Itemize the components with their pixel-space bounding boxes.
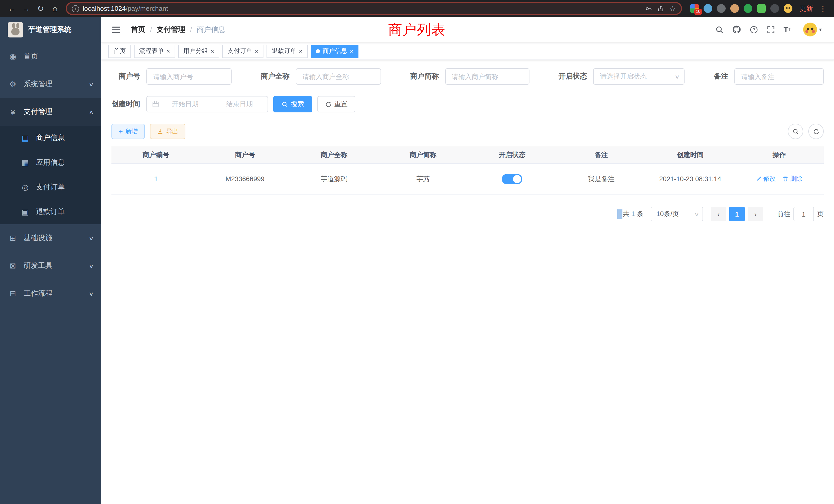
- create-time-range-picker[interactable]: 开始日期 - 结束日期: [146, 96, 268, 112]
- tag-user-group[interactable]: 用户分组 ×: [178, 44, 219, 58]
- filter-row-2: 创建时间 开始日期 - 结束日期 搜索: [111, 96, 824, 112]
- font-size-icon[interactable]: TT: [784, 26, 791, 33]
- goto-page-input[interactable]: [793, 207, 814, 221]
- address-bar[interactable]: i localhost:1024/pay/merchant ☆: [66, 2, 682, 15]
- refresh-table-button[interactable]: [808, 124, 824, 139]
- tag-label: 退款订单: [272, 47, 296, 55]
- active-dot: [316, 49, 320, 53]
- tag-label: 商户信息: [323, 47, 347, 55]
- browser-profile-avatar[interactable]: [784, 4, 792, 13]
- sidebar-item-merchant-info[interactable]: ▤ 商户信息: [0, 126, 101, 151]
- calendar-icon: [152, 100, 159, 108]
- goto-label: 前往: [777, 209, 790, 219]
- search-button-label: 搜索: [291, 99, 304, 109]
- close-icon[interactable]: ×: [211, 48, 214, 54]
- export-button[interactable]: 导出: [150, 124, 185, 139]
- sidebar-toggle-icon[interactable]: [108, 25, 124, 34]
- extension-badge: 10: [694, 9, 702, 15]
- sidebar-item-label: 退款订单: [36, 207, 93, 216]
- workspace: 芋道管理系统 ◉ 首页 ⚙ 系统管理 ∨ ¥ 支付管理 ∧ ▤ 商户信息: [0, 17, 834, 504]
- table-row[interactable]: 1 M233666999 芋道源码 芋艿 我是备注 2021-10-23 08:…: [111, 163, 824, 194]
- extension-paw-icon[interactable]: [770, 4, 779, 13]
- sidebar-item-infrastructure[interactable]: ⊞ 基础设施 ∨: [0, 224, 101, 252]
- breadcrumb-payment[interactable]: 支付管理: [157, 25, 185, 34]
- password-key-icon[interactable]: [645, 5, 653, 12]
- remark-input[interactable]: [734, 68, 824, 85]
- prev-page-button[interactable]: ‹: [711, 207, 726, 221]
- chrome-update-button[interactable]: 更新: [796, 2, 816, 15]
- extension-profile-icon[interactable]: [730, 4, 739, 13]
- page-button-1[interactable]: 1: [729, 207, 745, 221]
- extension-drop-icon[interactable]: [704, 4, 712, 13]
- header-search-icon[interactable]: [715, 25, 723, 33]
- extensions-puzzle-icon[interactable]: 10: [690, 4, 699, 13]
- sidebar-item-home[interactable]: ◉ 首页: [0, 43, 101, 70]
- tag-merchant-info[interactable]: 商户信息 ×: [311, 44, 358, 58]
- add-button[interactable]: + 新增: [111, 124, 145, 139]
- reset-button[interactable]: 重置: [317, 96, 355, 112]
- filter-merchant-no: 商户号: [111, 68, 232, 85]
- help-icon[interactable]: ?: [749, 25, 758, 33]
- document-icon: ▣: [21, 207, 30, 216]
- next-page-button[interactable]: ›: [748, 207, 763, 221]
- share-icon[interactable]: [658, 5, 664, 12]
- url-text[interactable]: localhost:1024/pay/merchant: [83, 5, 642, 12]
- extension-green-circle-icon[interactable]: [744, 4, 752, 13]
- user-avatar[interactable]: ▾: [803, 23, 822, 37]
- sidebar-item-label: 支付管理: [24, 107, 83, 116]
- sidebar-item-payment[interactable]: ¥ 支付管理 ∧: [0, 98, 101, 126]
- tag-process-form[interactable]: 流程表单 ×: [134, 44, 175, 58]
- sidebar-item-devtools[interactable]: ⊠ 研发工具 ∨: [0, 252, 101, 280]
- column-header-short-name: 商户简称: [378, 146, 467, 163]
- browser-menu-icon[interactable]: ⋮: [817, 4, 829, 13]
- close-icon[interactable]: ×: [350, 48, 353, 54]
- edit-link[interactable]: 修改: [756, 175, 776, 183]
- site-info-icon[interactable]: i: [72, 5, 79, 12]
- date-end-placeholder: 结束日期: [217, 99, 262, 109]
- extensions-area: 10: [687, 4, 795, 13]
- sidebar-item-app-info[interactable]: ▦ 应用信息: [0, 151, 101, 175]
- breadcrumb-current: 商户信息: [197, 25, 225, 34]
- app-logo[interactable]: 芋道管理系统: [0, 17, 101, 43]
- full-name-input[interactable]: [296, 68, 381, 85]
- status-select[interactable]: 请选择开启状态 ∨: [593, 68, 685, 85]
- page-size-select[interactable]: 10条/页 ∨: [651, 207, 703, 221]
- breadcrumb-home[interactable]: 首页: [131, 25, 145, 34]
- cell-short-name: 芋艿: [378, 163, 467, 194]
- column-header-remark: 备注: [557, 146, 646, 163]
- close-icon[interactable]: ×: [255, 48, 258, 54]
- close-icon[interactable]: ×: [167, 48, 170, 54]
- status-toggle[interactable]: [502, 174, 522, 184]
- delete-link[interactable]: 删除: [783, 175, 803, 183]
- sidebar-item-system[interactable]: ⚙ 系统管理 ∨: [0, 70, 101, 98]
- font-size-small: T: [788, 27, 791, 32]
- sidebar-item-label: 支付订单: [36, 183, 93, 192]
- browser-reload-icon[interactable]: ↻: [34, 2, 47, 15]
- tag-refund-order[interactable]: 退款订单 ×: [266, 44, 308, 58]
- short-name-input[interactable]: [445, 68, 529, 85]
- breadcrumb-separator: /: [150, 25, 152, 33]
- filter-remark: 备注: [714, 68, 824, 85]
- sidebar-item-label: 商户信息: [36, 134, 93, 143]
- extension-dark-icon[interactable]: [717, 4, 726, 13]
- sidebar-item-workflow[interactable]: ⊟ 工作流程 ∨: [0, 280, 101, 307]
- merchant-no-input[interactable]: [146, 68, 232, 85]
- github-icon[interactable]: [732, 25, 741, 34]
- chevron-down-icon: ∨: [88, 81, 94, 87]
- search-button[interactable]: 搜索: [273, 96, 312, 112]
- close-icon[interactable]: ×: [299, 48, 303, 54]
- table-toolbar: + 新增 导出: [111, 124, 824, 139]
- browser-home-icon[interactable]: ⌂: [48, 2, 62, 15]
- fullscreen-icon[interactable]: [766, 25, 775, 33]
- extension-note-icon[interactable]: [757, 4, 766, 13]
- tag-pay-order[interactable]: 支付订单 ×: [222, 44, 263, 58]
- sidebar-item-refund-order[interactable]: ▣ 退款订单: [0, 200, 101, 224]
- column-header-create-time: 创建时间: [646, 146, 735, 163]
- browser-forward-icon[interactable]: →: [20, 2, 33, 15]
- toggle-search-button[interactable]: [788, 124, 803, 139]
- bookmark-star-icon[interactable]: ☆: [670, 5, 676, 12]
- browser-back-icon[interactable]: ←: [5, 2, 19, 15]
- sidebar-item-pay-order[interactable]: ◎ 支付订单: [0, 175, 101, 200]
- delete-link-label: 删除: [790, 175, 803, 183]
- tag-home[interactable]: 首页: [108, 44, 131, 58]
